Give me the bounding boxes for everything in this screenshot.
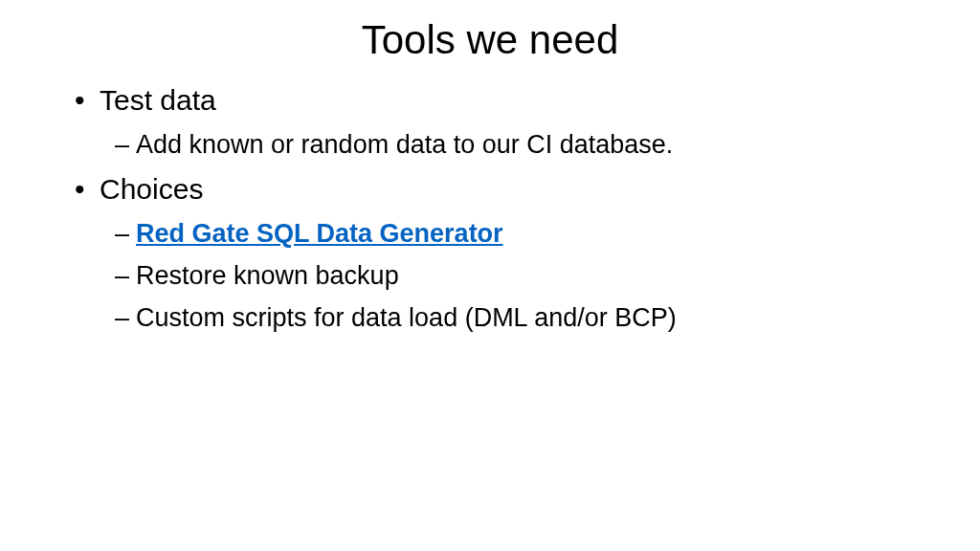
sub-list: Add known or random data to our CI datab… (75, 125, 923, 165)
sub-list: Red Gate SQL Data Generator Restore know… (75, 214, 923, 339)
sub-item-text: Add known or random data to our CI datab… (136, 130, 673, 159)
slide: Tools we need Test data Add known or ran… (0, 0, 980, 551)
bullet-list: Test data Add known or random data to ou… (57, 78, 923, 338)
link-red-gate[interactable]: Red Gate SQL Data Generator (136, 219, 503, 248)
sub-item: Add known or random data to our CI datab… (75, 125, 923, 165)
bullet-item: Choices (75, 167, 923, 210)
sub-item: Red Gate SQL Data Generator (75, 214, 923, 254)
slide-title: Tools we need (57, 17, 923, 63)
bullet-item: Test data (75, 78, 923, 121)
bullet-label: Test data (100, 84, 216, 116)
sub-item: Custom scripts for data load (DML and/or… (75, 298, 923, 339)
bullet-label: Choices (100, 173, 203, 205)
sub-item: Restore known backup (75, 256, 923, 297)
sub-item-text: Custom scripts for data load (DML and/or… (136, 303, 677, 332)
sub-item-text: Restore known backup (136, 261, 399, 290)
